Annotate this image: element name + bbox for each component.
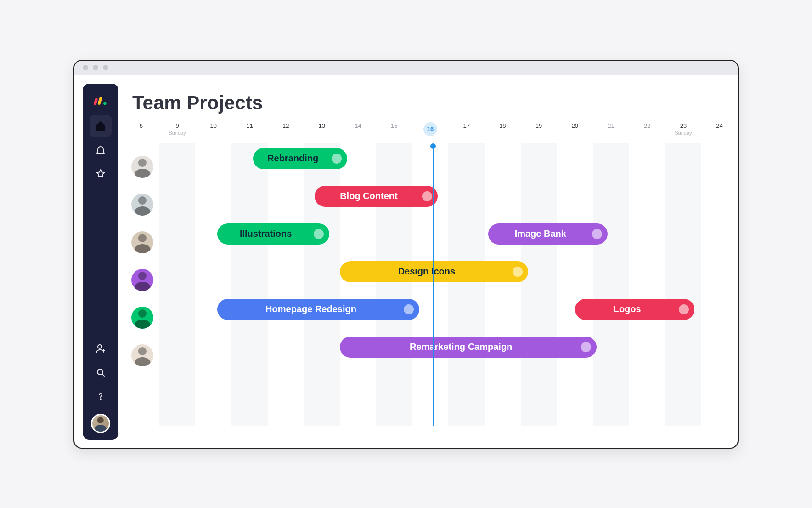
today-indicator bbox=[433, 145, 434, 426]
timeline-row: Blog Content bbox=[123, 186, 738, 223]
nav-add-user[interactable] bbox=[90, 337, 112, 360]
timeline-row: Design Icons bbox=[123, 261, 738, 299]
nav-search[interactable] bbox=[90, 361, 112, 383]
day-column[interactable]: 21 bbox=[593, 122, 629, 148]
search-icon bbox=[95, 367, 106, 378]
task-handle-icon[interactable] bbox=[314, 229, 324, 239]
nav-favorites[interactable] bbox=[90, 163, 112, 185]
help-icon bbox=[95, 391, 106, 402]
assignee-avatar[interactable] bbox=[131, 307, 153, 329]
timeline-row: Remarketing Campaign bbox=[123, 337, 738, 374]
timeline-days-header: 89Sunday1011121314151617181920212223Sund… bbox=[118, 122, 738, 148]
svg-point-5 bbox=[100, 399, 101, 400]
day-column[interactable]: 13 bbox=[304, 122, 340, 148]
nav-help[interactable] bbox=[90, 385, 112, 407]
svg-rect-1 bbox=[97, 96, 102, 105]
day-column[interactable]: 14 bbox=[340, 122, 376, 148]
day-column[interactable]: 12 bbox=[268, 122, 304, 148]
day-column[interactable]: 23Sunday bbox=[665, 122, 702, 148]
task-bar[interactable]: Rebranding bbox=[253, 148, 347, 169]
timeline: 89Sunday1011121314151617181920212223Sund… bbox=[118, 122, 738, 426]
bell-icon bbox=[95, 144, 106, 155]
timeline-row: Rebranding bbox=[123, 148, 738, 186]
day-column[interactable]: 16 bbox=[412, 122, 449, 148]
row-track: IllustrationsImage Bank bbox=[123, 223, 738, 261]
day-column[interactable]: 18 bbox=[485, 122, 521, 148]
sidebar bbox=[83, 84, 118, 440]
task-bar[interactable]: Image Bank bbox=[488, 223, 608, 245]
app-window: Team Projects 89Sunday101112131415161718… bbox=[73, 60, 739, 449]
day-column[interactable]: 22 bbox=[629, 122, 665, 148]
day-column[interactable]: 10 bbox=[195, 122, 231, 148]
timeline-rows: RebrandingBlog ContentIllustrationsImage… bbox=[118, 148, 738, 374]
home-icon bbox=[95, 120, 106, 131]
day-column[interactable]: 11 bbox=[231, 122, 268, 148]
svg-point-2 bbox=[103, 102, 107, 105]
window-dot bbox=[83, 65, 88, 70]
day-column[interactable]: 19 bbox=[521, 122, 557, 148]
add-user-icon bbox=[95, 343, 106, 354]
app-logo-icon[interactable] bbox=[92, 92, 109, 108]
star-icon bbox=[95, 168, 106, 179]
timeline-row: Homepage RedesignLogos bbox=[123, 299, 738, 337]
task-handle-icon[interactable] bbox=[679, 304, 689, 314]
day-column[interactable]: 24 bbox=[701, 122, 738, 148]
window-dot bbox=[103, 65, 108, 70]
svg-rect-0 bbox=[93, 97, 98, 105]
task-handle-icon[interactable] bbox=[592, 229, 602, 239]
row-track: Rebranding bbox=[123, 148, 738, 186]
task-bar[interactable]: Logos bbox=[575, 299, 694, 320]
svg-point-3 bbox=[98, 345, 102, 348]
window-dot bbox=[93, 65, 98, 70]
day-column[interactable]: 15 bbox=[376, 122, 412, 148]
assignee-avatar[interactable] bbox=[131, 194, 153, 216]
current-user-avatar[interactable] bbox=[91, 414, 110, 433]
row-track: Remarketing Campaign bbox=[123, 337, 738, 374]
task-bar[interactable]: Illustrations bbox=[217, 223, 329, 245]
app-body: Team Projects 89Sunday101112131415161718… bbox=[74, 75, 738, 448]
main-content: Team Projects 89Sunday101112131415161718… bbox=[118, 75, 738, 448]
task-handle-icon[interactable] bbox=[332, 154, 342, 164]
nav-home[interactable] bbox=[90, 115, 112, 137]
day-column[interactable]: 8 bbox=[123, 122, 159, 148]
row-track: Homepage RedesignLogos bbox=[123, 299, 738, 337]
task-handle-icon[interactable] bbox=[581, 342, 591, 352]
window-chrome bbox=[74, 61, 738, 75]
assignee-avatar[interactable] bbox=[131, 269, 153, 291]
task-bar[interactable]: Blog Content bbox=[315, 186, 438, 207]
task-bar[interactable]: Homepage Redesign bbox=[217, 299, 420, 320]
assignee-avatar[interactable] bbox=[131, 156, 153, 178]
nav-notifications[interactable] bbox=[90, 139, 112, 161]
row-track: Design Icons bbox=[123, 261, 738, 299]
row-track: Blog Content bbox=[123, 186, 738, 223]
task-handle-icon[interactable] bbox=[404, 304, 414, 314]
task-handle-icon[interactable] bbox=[422, 191, 432, 201]
assignee-avatar[interactable] bbox=[131, 344, 153, 366]
day-column[interactable]: 9Sunday bbox=[159, 122, 196, 148]
svg-point-4 bbox=[97, 369, 103, 375]
day-column[interactable]: 20 bbox=[557, 122, 593, 148]
task-bar[interactable]: Remarketing Campaign bbox=[340, 337, 597, 358]
task-handle-icon[interactable] bbox=[513, 267, 523, 277]
timeline-row: IllustrationsImage Bank bbox=[123, 223, 738, 261]
day-column[interactable]: 17 bbox=[448, 122, 485, 148]
page-title: Team Projects bbox=[118, 92, 738, 114]
assignee-avatar[interactable] bbox=[131, 231, 153, 253]
task-bar[interactable]: Design Icons bbox=[340, 261, 528, 282]
